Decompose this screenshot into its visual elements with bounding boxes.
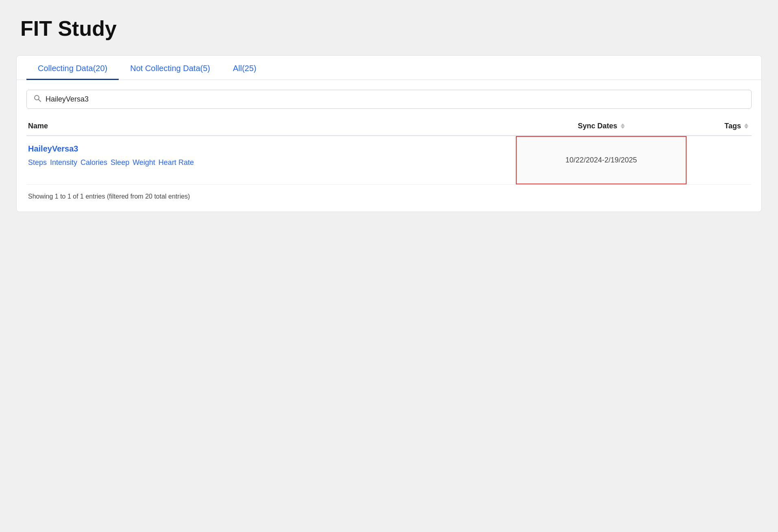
- column-name: Name: [26, 122, 516, 130]
- column-tags[interactable]: Tags: [687, 122, 752, 130]
- search-icon: [33, 94, 41, 104]
- sync-dates-value: 10/22/2024-2/19/2025: [565, 156, 637, 164]
- participant-name[interactable]: HaileyVersa3: [28, 144, 514, 154]
- tab-bar: Collecting Data(20) Not Collecting Data(…: [17, 56, 761, 80]
- svg-line-1: [39, 99, 41, 102]
- data-tag-weight[interactable]: Weight: [133, 158, 155, 167]
- tags-cell: [687, 136, 752, 184]
- footer-text: Showing 1 to 1 of 1 entries (filtered fr…: [26, 185, 752, 202]
- card-body: Name Sync Dates Tags HaileyVersa3: [17, 80, 761, 212]
- data-tag-heart-rate[interactable]: Heart Rate: [159, 158, 194, 167]
- page-title: FIT Study: [16, 16, 762, 41]
- data-tag-sleep[interactable]: Sleep: [111, 158, 129, 167]
- sync-dates-cell: 10/22/2024-2/19/2025: [516, 136, 687, 184]
- sort-sync-dates-icon: [621, 123, 625, 129]
- sort-tags-icon: [744, 123, 748, 129]
- column-sync-dates[interactable]: Sync Dates: [516, 122, 687, 130]
- data-tag-calories[interactable]: Calories: [80, 158, 107, 167]
- search-bar: [26, 90, 752, 109]
- main-card: Collecting Data(20) Not Collecting Data(…: [16, 55, 762, 212]
- table-header: Name Sync Dates Tags: [26, 117, 752, 136]
- table-row: HaileyVersa3 Steps Intensity Calories Sl…: [26, 136, 752, 185]
- name-cell: HaileyVersa3 Steps Intensity Calories Sl…: [26, 136, 516, 184]
- tab-collecting-data[interactable]: Collecting Data(20): [26, 56, 119, 80]
- data-tag-steps[interactable]: Steps: [28, 158, 47, 167]
- data-tag-intensity[interactable]: Intensity: [50, 158, 77, 167]
- tab-all[interactable]: All(25): [222, 56, 268, 80]
- data-tags-list: Steps Intensity Calories Sleep Weight He…: [28, 158, 514, 167]
- tab-not-collecting-data[interactable]: Not Collecting Data(5): [119, 56, 222, 80]
- search-input[interactable]: [46, 95, 745, 104]
